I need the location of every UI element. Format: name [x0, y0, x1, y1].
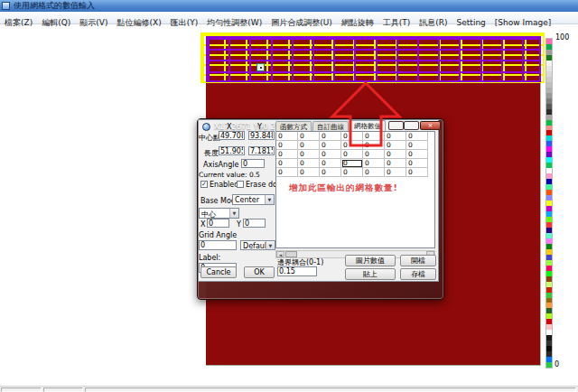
menu-item[interactable]: 顯示(V): [75, 16, 112, 28]
grid-cell[interactable]: 0: [406, 141, 428, 150]
menu-item[interactable]: 工具(T): [378, 16, 415, 28]
status-cell: [43, 387, 83, 392]
base-mode-value: Center: [235, 196, 259, 204]
scroll-left-icon[interactable]: ◄: [276, 251, 284, 257]
grid-cell[interactable]: 0: [341, 159, 363, 168]
menu-item[interactable]: 訊息(R): [415, 16, 452, 28]
grid-cell[interactable]: 0: [406, 150, 428, 159]
grid-cell[interactable]: 0: [406, 159, 428, 168]
close-icon[interactable]: ×: [420, 121, 441, 130]
grid-cell[interactable]: 0: [276, 132, 298, 141]
grid-cell[interactable]: 0: [341, 141, 363, 150]
grid-cell[interactable]: 0: [385, 150, 406, 159]
grid-cell[interactable]: 0: [276, 159, 298, 168]
grid-cell[interactable]: 0: [298, 141, 320, 150]
grid-cell[interactable]: 0: [363, 150, 385, 159]
selected-point-marker[interactable]: [256, 63, 265, 71]
grid-cell[interactable]: 0: [385, 141, 406, 150]
current-value-label: Current value: 0.5: [199, 171, 260, 179]
inner-grid-overlay: [206, 36, 541, 82]
grid-cell[interactable]: 0: [363, 168, 385, 177]
grid-cell[interactable]: 0: [363, 132, 385, 141]
window-titlebar[interactable]: 使用網格式的數值輸入: [0, 0, 578, 12]
grid-cell[interactable]: 0: [320, 141, 341, 150]
grid-cell[interactable]: 0: [276, 168, 298, 177]
grid-cell[interactable]: 0: [363, 159, 385, 168]
marker-dot-icon: [260, 67, 262, 69]
open-file-button[interactable]: 開檔: [400, 255, 436, 266]
chevron-down-icon[interactable]: ▼: [265, 195, 274, 204]
grid-cell[interactable]: 0: [320, 159, 341, 168]
grid-cell[interactable]: 0: [341, 168, 363, 177]
grid-cell[interactable]: 0: [385, 168, 406, 177]
menu-item[interactable]: 圖片合成調整(U): [266, 16, 337, 28]
menu-item[interactable]: Setting: [452, 16, 490, 28]
chevron-down-icon[interactable]: ▼: [266, 241, 275, 249]
grid-cell[interactable]: 0: [298, 150, 320, 159]
grid-cell[interactable]: 0: [406, 168, 428, 177]
grid-cell[interactable]: 0: [320, 132, 341, 141]
grid-cell[interactable]: 0: [385, 159, 406, 168]
grid-cell[interactable]: 0: [341, 132, 363, 141]
menu-bar: 檔案(Z)編輯(Q)顯示(V)點位編修(X)匯出(Y)均勻性調整(W)圖片合成調…: [0, 12, 578, 24]
menu-item[interactable]: [Show Image]: [490, 16, 555, 28]
cancel-button[interactable]: Cancle: [200, 266, 237, 278]
value-grid: 00000000000000000000000000000000000: [276, 132, 428, 177]
menu-item[interactable]: 匯出(Y): [166, 16, 203, 28]
window-title: 使用網格式的數值輸入: [14, 1, 95, 11]
erase-dots-checkbox[interactable]: [237, 181, 244, 188]
scale-bottom-label: 0: [555, 360, 559, 369]
center-y-field[interactable]: [248, 131, 275, 140]
offset-x-field[interactable]: [207, 219, 229, 228]
menu-item[interactable]: 網點旋轉: [337, 16, 378, 28]
center-x-field[interactable]: [219, 131, 245, 140]
image-values-button[interactable]: 圖片數值: [345, 255, 396, 266]
base-mode-dropdown[interactable]: Center ▼: [232, 194, 275, 205]
grid-angle-field[interactable]: [199, 240, 237, 250]
length-y-field[interactable]: [248, 146, 275, 155]
grid-cell[interactable]: 0: [298, 168, 320, 177]
maximize-icon[interactable]: □: [404, 121, 419, 130]
menu-item[interactable]: 均勻性調整(W): [202, 16, 266, 28]
tab-0[interactable]: 函數方式: [275, 121, 312, 131]
offset-y-field[interactable]: [243, 219, 266, 228]
axis-angle-field[interactable]: [241, 159, 265, 168]
application-window: 使用網格式的數值輸入 檔案(Z)編輯(Q)顯示(V)點位編修(X)匯出(Y)均勻…: [0, 0, 578, 392]
column-header-y: Y: [257, 123, 262, 131]
offset-x-label: X: [200, 220, 205, 229]
menu-item[interactable]: 編輯(Q): [37, 16, 75, 28]
grid-cell[interactable]: 0: [406, 132, 428, 141]
length-x-field[interactable]: [219, 146, 245, 155]
grid-cell[interactable]: 0: [298, 132, 320, 141]
grid-cell[interactable]: 0: [320, 150, 341, 159]
tab-1[interactable]: 自訂曲線: [312, 121, 349, 131]
anchor-dropdown[interactable]: 中心 ▼: [199, 208, 239, 219]
grid-cell[interactable]: 0: [385, 132, 406, 141]
length-label: 長度: [204, 148, 219, 158]
grid-cell[interactable]: 0: [298, 159, 320, 168]
value-grid-box: 00000000000000000000000000000000000 增加此區…: [275, 131, 435, 248]
minimize-icon[interactable]: –: [388, 121, 404, 130]
menu-item[interactable]: 檔案(Z): [0, 16, 37, 28]
status-cell: [1, 387, 42, 392]
menu-item[interactable]: 點位編修(X): [113, 16, 166, 28]
axis-angle-label: AxisAngle: [203, 161, 238, 169]
grid-cell[interactable]: 0: [276, 150, 298, 159]
scrollbar-thumb[interactable]: [285, 251, 297, 257]
enabled-label: Enabled: [210, 181, 238, 189]
label-label: Label:: [199, 254, 220, 262]
paste-button[interactable]: 貼上: [345, 268, 396, 280]
boundary-coupling-field[interactable]: [277, 266, 317, 276]
center-point-label: 中心點: [199, 133, 220, 143]
chevron-down-icon[interactable]: ▼: [229, 209, 238, 218]
grid-cell[interactable]: 0: [320, 168, 341, 177]
grid-cell[interactable]: 0: [341, 150, 363, 159]
ok-button[interactable]: OK: [244, 266, 275, 278]
grid-cell[interactable]: 0: [363, 141, 385, 150]
color-scale: [545, 38, 553, 369]
enabled-checkbox[interactable]: ✓: [200, 181, 208, 188]
grid-angle-mode-dropdown[interactable]: Default ▼: [240, 240, 275, 250]
save-file-button[interactable]: 存檔: [400, 268, 436, 280]
grid-cell[interactable]: 0: [276, 141, 298, 150]
tab-2[interactable]: 網格數值: [350, 120, 386, 131]
